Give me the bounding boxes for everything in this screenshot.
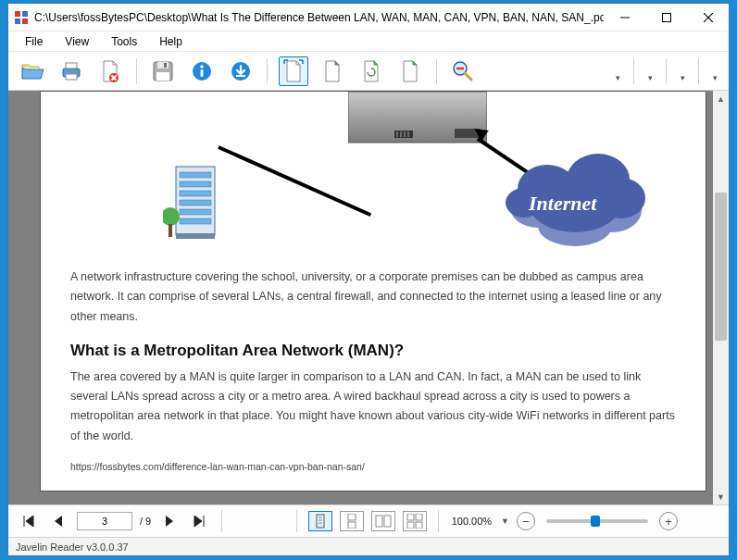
svg-rect-10: [66, 74, 77, 80]
svg-rect-17: [156, 72, 169, 81]
scroll-down-button[interactable]: ▼: [713, 489, 729, 504]
menubar: File View Tools Help: [8, 31, 729, 52]
svg-rect-58: [376, 516, 382, 527]
status-text: Javelin Reader v3.0.0.37: [16, 541, 129, 553]
svg-rect-43: [169, 224, 172, 237]
svg-rect-9: [66, 63, 77, 68]
content-area: Internet A network infrastructure coveri…: [8, 91, 729, 504]
toolbar-separator: [666, 58, 667, 84]
facing-view-button[interactable]: [371, 511, 395, 531]
svg-rect-39: [180, 200, 211, 205]
last-page-button[interactable]: [188, 510, 210, 532]
toolbar: ▾ ▾ ▾ ▾: [8, 52, 729, 91]
next-page-button[interactable]: [158, 510, 181, 532]
window-title: C:\Users\fossBytesPC\Desktop\What Is The…: [34, 11, 604, 24]
folder-open-icon: [20, 61, 44, 81]
svg-rect-21: [201, 69, 204, 77]
svg-rect-16: [157, 62, 169, 68]
facing-icon: [375, 514, 392, 529]
single-page-view-button[interactable]: [308, 511, 332, 531]
maximize-button[interactable]: [645, 4, 687, 31]
page-rotate-ccw-icon: [400, 59, 420, 83]
zoom-slider[interactable]: [546, 519, 648, 523]
rotate-cw-button[interactable]: [356, 56, 386, 86]
print-button[interactable]: [56, 56, 86, 86]
page-corner-icon: [322, 59, 343, 83]
nav-separator: [296, 510, 297, 532]
svg-rect-2: [15, 19, 20, 24]
magnifier-minus-icon: [451, 59, 475, 83]
svg-rect-52: [317, 515, 324, 528]
zoom-level-label: 100.00%: [452, 516, 492, 527]
svg-rect-1: [22, 11, 28, 17]
svg-line-25: [465, 73, 471, 80]
svg-rect-62: [407, 522, 414, 529]
page-total-label: / 9: [140, 516, 151, 527]
source-url: https://fossbytes.com/difference-lan-wan…: [70, 461, 676, 472]
zoom-tool-button[interactable]: [448, 56, 478, 86]
svg-rect-18: [164, 63, 167, 68]
cloud-label: Internet: [529, 192, 596, 216]
menu-tools[interactable]: Tools: [102, 33, 146, 50]
building-graphic: [163, 161, 219, 240]
printer-icon: [59, 60, 83, 82]
svg-point-50: [597, 178, 645, 218]
page-icon: [283, 59, 304, 83]
svg-rect-57: [348, 522, 356, 529]
toolbar-dropdown[interactable]: ▾: [710, 56, 719, 86]
remove-doc-button[interactable]: [95, 56, 125, 86]
toolbar-separator: [633, 58, 634, 84]
body-paragraph: The area covered by a MAN is quite large…: [70, 367, 676, 446]
first-page-button[interactable]: [18, 510, 40, 532]
toolbar-dropdown[interactable]: ▾: [678, 56, 687, 86]
svg-rect-61: [416, 514, 422, 520]
toolbar-dropdown[interactable]: ▾: [645, 56, 655, 86]
svg-rect-5: [662, 13, 670, 21]
prev-page-button[interactable]: [47, 510, 69, 532]
toolbar-dropdown[interactable]: ▾: [613, 56, 622, 86]
nav-separator: [221, 510, 222, 532]
continuous-icon: [345, 514, 358, 529]
single-page-icon: [314, 514, 327, 529]
svg-point-20: [200, 65, 204, 68]
page-rotate-cw-icon: [361, 59, 381, 83]
save-button[interactable]: [148, 56, 178, 86]
svg-rect-38: [180, 191, 211, 196]
info-button[interactable]: [187, 56, 217, 86]
menu-view[interactable]: View: [56, 33, 98, 50]
toolbar-separator: [698, 58, 699, 84]
open-button[interactable]: [18, 56, 47, 86]
svg-rect-3: [22, 19, 28, 24]
svg-rect-56: [348, 514, 356, 520]
vertical-scrollbar[interactable]: ▲ ▼: [713, 91, 729, 504]
download-button[interactable]: [226, 56, 256, 86]
svg-rect-41: [180, 218, 211, 224]
zoom-slider-thumb[interactable]: [591, 516, 600, 527]
close-button[interactable]: [687, 4, 729, 31]
svg-rect-0: [15, 11, 20, 17]
navigation-bar: / 9 100.00% ▼ − +: [8, 504, 729, 537]
svg-rect-40: [180, 209, 211, 215]
scroll-up-button[interactable]: ▲: [713, 91, 729, 106]
menu-file[interactable]: File: [16, 33, 52, 50]
zoom-dropdown-icon[interactable]: ▼: [501, 516, 509, 526]
remove-doc-icon: [100, 59, 120, 83]
scrollbar-thumb[interactable]: [715, 193, 727, 341]
menu-help[interactable]: Help: [150, 33, 192, 50]
rotate-ccw-button[interactable]: [395, 56, 425, 86]
statusbar: Javelin Reader v3.0.0.37: [8, 537, 729, 555]
facing-continuous-view-button[interactable]: [403, 511, 427, 531]
page-number-input[interactable]: [77, 512, 132, 530]
zoom-in-button[interactable]: +: [659, 512, 678, 530]
section-heading: What is a Metropolitan Area Network (MAN…: [70, 342, 676, 360]
continuous-view-button[interactable]: [340, 511, 364, 531]
zoom-out-button[interactable]: −: [517, 512, 535, 530]
svg-rect-37: [180, 181, 211, 187]
app-window: C:\Users\fossBytesPC\Desktop\What Is The…: [7, 3, 730, 556]
fit-width-button[interactable]: [318, 56, 347, 86]
app-icon: [14, 10, 29, 25]
minimize-button[interactable]: [604, 4, 645, 31]
pdf-page: Internet A network infrastructure coveri…: [40, 91, 706, 492]
fit-page-button[interactable]: [279, 56, 308, 86]
body-paragraph: A network infrastructure covering the sc…: [70, 268, 676, 327]
